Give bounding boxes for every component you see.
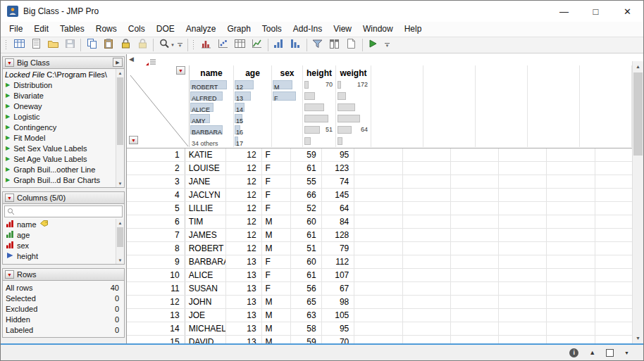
scroll-down-icon[interactable]: ▼ [116, 179, 124, 187]
column-header-height[interactable]: height [303, 65, 336, 80]
cell-empty[interactable] [451, 269, 499, 281]
row-number-cell[interactable]: 3 [127, 175, 185, 188]
menu-item-analyze[interactable]: Analyze [180, 22, 222, 37]
cell-empty[interactable] [403, 296, 451, 308]
collapse-columns-icon[interactable]: ◀ [129, 56, 134, 63]
cell-empty[interactable] [451, 162, 499, 175]
cell-name[interactable]: JOHN [185, 296, 227, 308]
grid-corner-cell[interactable] [127, 65, 190, 80]
cell-name[interactable]: LOUISE [185, 162, 227, 175]
name-summary-cell[interactable]: AMY [190, 113, 234, 125]
height-summary-cell[interactable]: 70 [303, 80, 336, 91]
column-header-sex[interactable]: sex [272, 65, 303, 80]
cell-empty[interactable] [403, 269, 451, 281]
row-number-cell[interactable]: 12 [127, 296, 185, 308]
cell-empty[interactable] [403, 175, 451, 188]
cell-weight[interactable]: 145 [322, 189, 355, 201]
scrollbar-thumb[interactable] [117, 227, 123, 247]
unlock-data-table-button[interactable] [134, 38, 151, 53]
cell-empty[interactable] [403, 242, 451, 255]
cell-sex[interactable]: M [262, 336, 291, 343]
menu-item-rows[interactable]: Rows [90, 22, 123, 37]
scrollbar-thumb[interactable] [117, 77, 123, 145]
sort-ascending-button[interactable] [271, 38, 287, 53]
cell-sex[interactable]: F [262, 255, 291, 268]
cell-age[interactable]: 12 [226, 242, 261, 255]
cell-empty[interactable] [499, 242, 547, 255]
script-item[interactable]: ▶Set Sex Value Labels [3, 143, 124, 153]
cell-empty[interactable] [354, 282, 402, 295]
cell-weight[interactable]: 67 [322, 282, 355, 295]
cell-weight[interactable]: 123 [322, 162, 355, 175]
weight-summary-cell[interactable]: 172 [336, 80, 371, 91]
columns-scrollbar[interactable]: ▲ ▼ [116, 219, 124, 264]
cell-weight[interactable]: 74 [322, 175, 355, 188]
cell-weight[interactable]: 84 [322, 215, 355, 228]
menu-item-view[interactable]: View [328, 22, 357, 37]
cell-empty[interactable] [403, 309, 451, 322]
cell-sex[interactable]: M [262, 215, 291, 228]
scroll-down-icon[interactable]: ▼ [633, 333, 643, 343]
cell-empty[interactable] [354, 336, 402, 343]
cell-age[interactable]: 12 [226, 162, 261, 175]
age-summary-cell[interactable]: 13 [234, 91, 272, 102]
cell-empty[interactable] [451, 189, 499, 201]
menu-item-file[interactable]: File [4, 22, 28, 37]
cell-weight[interactable]: 64 [322, 202, 355, 215]
row-number-cell[interactable]: 8 [127, 242, 185, 255]
cell-age[interactable]: 13 [226, 269, 261, 281]
script-item[interactable]: ▶Oneway [3, 101, 124, 111]
row-number-cell[interactable]: 7 [127, 229, 185, 241]
cell-sex[interactable]: M [262, 229, 291, 241]
sex-summary-cell[interactable] [272, 113, 303, 125]
cell-sex[interactable]: M [262, 296, 291, 308]
collapse-panel-button[interactable]: ▶ [113, 58, 123, 67]
cell-weight[interactable]: 98 [322, 296, 355, 308]
status-dropdown-icon[interactable]: ▼ [624, 350, 629, 355]
scroll-down-icon[interactable]: ▼ [116, 256, 124, 264]
cell-weight[interactable]: 70 [322, 336, 355, 343]
cell-height[interactable]: 55 [291, 175, 322, 188]
row-number-cell[interactable]: 2 [127, 162, 185, 175]
cell-empty[interactable] [451, 229, 499, 241]
cell-empty[interactable] [403, 189, 451, 201]
status-caret-icon[interactable]: ▲ [589, 350, 595, 356]
cell-empty[interactable] [499, 255, 547, 268]
name-summary-cell[interactable]: ALFRED [190, 91, 234, 102]
row-number-cell[interactable]: 6 [127, 215, 185, 228]
cell-empty[interactable] [547, 322, 595, 335]
cell-sex[interactable]: M [262, 242, 291, 255]
column-header-age[interactable]: age [234, 65, 272, 80]
cell-height[interactable]: 65 [291, 296, 322, 308]
scroll-up-icon[interactable]: ▲ [633, 61, 643, 72]
row-number-cell[interactable]: 9 [127, 255, 185, 268]
cell-height[interactable]: 61 [291, 162, 322, 175]
cell-name[interactable]: KATIE [185, 148, 227, 161]
cell-empty[interactable] [403, 282, 451, 295]
cell-empty[interactable] [547, 215, 595, 228]
maximize-button[interactable]: □ [580, 1, 612, 22]
cell-empty[interactable] [451, 255, 499, 268]
row-stat-hidden[interactable]: Hidden0 [3, 314, 124, 324]
script-item[interactable]: ▶Fit Model [3, 132, 124, 143]
cell-height[interactable]: 60 [291, 255, 322, 268]
cell-name[interactable]: ROBERT [185, 242, 227, 255]
cell-age[interactable]: 13 [226, 255, 261, 268]
minimize-button[interactable]: — [548, 1, 580, 22]
cell-empty[interactable] [403, 336, 451, 343]
sex-summary-cell[interactable] [272, 102, 303, 113]
row-stat-all-rows[interactable]: All rows40 [3, 282, 124, 293]
row-number-cell[interactable]: 5 [127, 202, 185, 215]
cell-name[interactable]: LILLIE [185, 202, 227, 215]
tabulate-button[interactable] [232, 38, 249, 53]
cell-empty[interactable] [451, 242, 499, 255]
scroll-up-icon[interactable]: ▲ [116, 219, 124, 227]
menu-item-tools[interactable]: Tools [256, 22, 287, 37]
row-number-cell[interactable]: 13 [127, 309, 185, 322]
cell-empty[interactable] [451, 322, 499, 335]
script-item[interactable]: ▶Graph Buil...d Bar Charts [3, 175, 124, 185]
row-number-cell[interactable]: 15 [127, 336, 185, 343]
menu-item-tables[interactable]: Tables [54, 22, 90, 37]
menu-item-cols[interactable]: Cols [123, 22, 151, 37]
cell-empty[interactable] [354, 175, 402, 188]
